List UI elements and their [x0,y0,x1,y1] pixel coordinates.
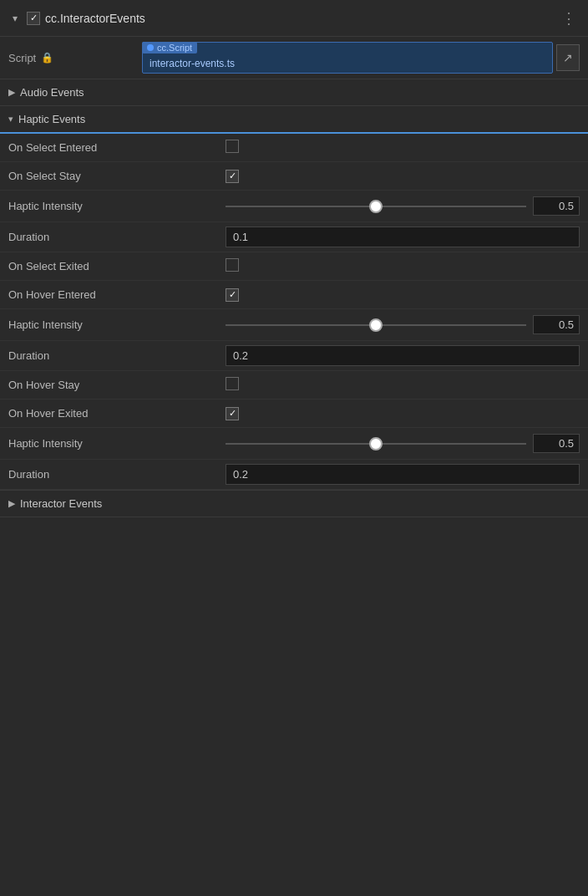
component-title: cc.InteractorEvents [45,12,145,25]
script-label-text: Script [8,52,36,64]
haptic-intensity-1-track-wrapper[interactable] [226,198,526,215]
duration-1-label: Duration [8,231,226,243]
duration-1-value [226,227,580,247]
haptic-intensity-1-value[interactable] [533,196,580,216]
on-hover-stay-checkbox[interactable] [226,377,239,390]
haptic-intensity-3-track-wrapper[interactable] [226,435,526,452]
on-select-stay-value [226,169,580,183]
on-select-exited-label: On Select Exited [8,260,226,272]
duration-3-row: Duration [0,460,588,490]
interactor-events-chevron: ▶ [8,498,15,509]
context-menu-icon[interactable]: ⋮ [558,6,580,31]
duration-1-input[interactable] [226,227,580,247]
haptic-events-section-header[interactable]: ▾ Haptic Events [0,106,588,134]
script-input-wrapper: cc.Script [142,42,553,74]
on-select-entered-label: On Select Entered [8,141,226,154]
interactor-events-title: Interactor Events [20,497,102,510]
audio-events-title: Audio Events [20,86,84,99]
on-hover-exited-row: On Hover Exited [0,400,588,428]
script-navigate-button[interactable]: ↗ [556,44,580,71]
duration-3-value [226,464,580,485]
on-select-exited-row: On Select Exited [0,252,588,281]
haptic-events-title: Haptic Events [18,113,85,125]
script-row: Script 🔒 cc.Script ↗ [0,37,588,79]
component-header: ▾ cc.InteractorEvents ⋮ [0,0,588,37]
on-hover-entered-value [226,288,580,302]
on-select-entered-row: On Select Entered [0,134,588,162]
haptic-intensity-2-track [226,324,526,326]
haptic-intensity-2-container [226,315,580,334]
on-hover-stay-row: On Hover Stay [0,371,588,400]
audio-events-section-header[interactable]: ▶ Audio Events [0,79,588,106]
script-badge-label: cc.Script [157,43,192,53]
on-select-entered-value [226,140,580,155]
duration-3-label: Duration [8,468,226,481]
header-left: ▾ cc.InteractorEvents [8,12,558,25]
duration-2-row: Duration [0,341,588,371]
duration-3-input[interactable] [226,464,580,485]
on-select-stay-row: On Select Stay [0,162,588,191]
script-badge-dot [147,44,154,51]
haptic-intensity-3-label: Haptic Intensity [8,437,226,450]
script-badge: cc.Script [142,42,197,53]
component-enabled-checkbox[interactable] [27,12,40,25]
haptic-intensity-3-row: Haptic Intensity [0,428,588,460]
haptic-intensity-2-thumb[interactable] [369,318,383,332]
audio-events-chevron: ▶ [8,87,15,98]
on-hover-entered-row: On Hover Entered [0,281,588,309]
haptic-intensity-2-track-wrapper[interactable] [226,317,526,333]
duration-1-row: Duration [0,222,588,252]
haptic-intensity-2-label: Haptic Intensity [8,318,226,331]
script-label: Script 🔒 [8,52,142,64]
haptic-intensity-1-container [226,196,580,216]
on-hover-entered-label: On Hover Entered [8,288,226,301]
haptic-intensity-3-container [226,434,580,453]
on-select-exited-checkbox[interactable] [226,258,239,272]
haptic-intensity-1-track [226,206,526,207]
on-select-stay-label: On Select Stay [8,170,226,182]
duration-2-label: Duration [8,349,226,362]
haptic-intensity-3-value[interactable] [533,434,580,453]
haptic-events-chevron: ▾ [8,114,13,125]
on-hover-exited-label: On Hover Exited [8,407,226,420]
on-hover-exited-value [226,406,580,420]
haptic-intensity-1-label: Haptic Intensity [8,200,226,212]
on-hover-stay-label: On Hover Stay [8,379,226,391]
lock-icon: 🔒 [41,52,53,64]
interactor-events-section-header[interactable]: ▶ Interactor Events [0,490,588,517]
on-select-exited-value [226,258,580,274]
haptic-intensity-3-track [226,443,526,445]
script-input[interactable] [142,42,553,74]
on-select-entered-checkbox[interactable] [226,140,239,153]
haptic-intensity-1-thumb[interactable] [369,200,383,213]
duration-2-input[interactable] [226,345,580,366]
duration-2-value [226,345,580,366]
on-hover-stay-value [226,377,580,393]
haptic-intensity-2-value[interactable] [533,315,580,334]
on-select-stay-checkbox[interactable] [226,170,239,183]
on-hover-exited-checkbox[interactable] [226,407,239,420]
haptic-intensity-3-thumb[interactable] [369,437,383,451]
on-hover-entered-checkbox[interactable] [226,288,239,302]
collapse-icon[interactable]: ▾ [8,12,22,25]
haptic-intensity-1-row: Haptic Intensity [0,191,588,222]
haptic-intensity-2-row: Haptic Intensity [0,309,588,341]
script-field-container: cc.Script ↗ [142,42,580,74]
